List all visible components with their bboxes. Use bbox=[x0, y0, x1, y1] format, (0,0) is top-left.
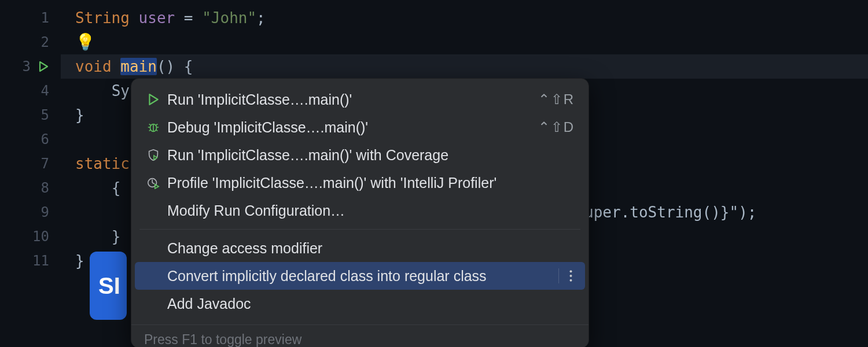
menu-item-profile[interactable]: Profile 'ImplicitClasse….main()' with 'I… bbox=[131, 169, 589, 197]
svg-line-6 bbox=[149, 130, 151, 131]
svg-line-5 bbox=[156, 124, 158, 125]
gutter: 1 2 3 4 5 6 7 8 9 10 11 bbox=[0, 0, 61, 347]
code-line[interactable]: String user = "John"; bbox=[75, 6, 868, 30]
line-number: 1 bbox=[41, 10, 49, 26]
line-number: 8 bbox=[41, 180, 49, 196]
menu-separator bbox=[139, 229, 580, 230]
intention-bulb-icon[interactable]: 💡 bbox=[75, 30, 95, 54]
menu-label: Run 'ImplicitClasse….main()' with Covera… bbox=[167, 147, 575, 164]
menu-label: Profile 'ImplicitClasse….main()' with 'I… bbox=[167, 175, 575, 191]
menu-hint: Press F1 to toggle preview bbox=[131, 324, 589, 347]
run-gutter-icon[interactable] bbox=[38, 61, 49, 72]
svg-line-10 bbox=[152, 183, 155, 184]
menu-item-debug[interactable]: Debug 'ImplicitClasse….main()' ⌃⇧D bbox=[131, 113, 589, 141]
line-number: 2 bbox=[41, 34, 49, 50]
menu-label: Debug 'ImplicitClasse….main()' bbox=[167, 119, 538, 136]
line-number: 4 bbox=[41, 83, 49, 99]
menu-label: Modify Run Configuration… bbox=[167, 202, 575, 219]
menu-label: Add Javadoc bbox=[167, 296, 575, 312]
code-line-active[interactable]: void main() { bbox=[61, 54, 868, 79]
line-number: 10 bbox=[32, 228, 49, 245]
line-number: 9 bbox=[41, 204, 49, 220]
menu-item-run[interactable]: Run 'ImplicitClasse….main()' ⌃⇧R bbox=[131, 86, 589, 113]
debug-icon bbox=[144, 121, 163, 134]
menu-label: Run 'ImplicitClasse….main()' bbox=[167, 91, 538, 108]
more-options-icon[interactable] bbox=[558, 268, 575, 283]
profile-icon bbox=[144, 176, 163, 189]
shortcut: ⌃⇧D bbox=[538, 119, 575, 135]
line-number: 3 bbox=[23, 58, 31, 75]
run-icon bbox=[144, 93, 163, 106]
svg-point-11 bbox=[570, 270, 572, 272]
menu-item-coverage[interactable]: Run 'ImplicitClasse….main()' with Covera… bbox=[131, 141, 589, 169]
menu-label: Convert implicitly declared class into r… bbox=[167, 268, 553, 285]
svg-line-7 bbox=[156, 130, 158, 131]
svg-line-4 bbox=[149, 124, 151, 125]
svg-point-12 bbox=[570, 275, 572, 277]
line-number: 11 bbox=[32, 253, 49, 269]
coverage-icon bbox=[144, 149, 163, 161]
menu-item-add-javadoc[interactable]: Add Javadoc bbox=[131, 290, 589, 318]
context-menu: Run 'ImplicitClasse….main()' ⌃⇧R Debug '… bbox=[131, 78, 589, 347]
menu-item-change-access[interactable]: Change access modifier bbox=[131, 234, 589, 262]
svg-point-13 bbox=[570, 279, 572, 282]
menu-label: Change access modifier bbox=[167, 240, 575, 257]
logo-badge: SI bbox=[90, 252, 127, 320]
line-number: 6 bbox=[41, 131, 49, 147]
shortcut: ⌃⇧R bbox=[538, 91, 575, 108]
menu-item-modify-config[interactable]: Modify Run Configuration… bbox=[131, 197, 589, 224]
code-line[interactable] bbox=[75, 30, 868, 54]
menu-item-convert-class[interactable]: Convert implicitly declared class into r… bbox=[135, 262, 585, 290]
line-number: 5 bbox=[41, 107, 49, 123]
line-number: 7 bbox=[41, 156, 49, 172]
